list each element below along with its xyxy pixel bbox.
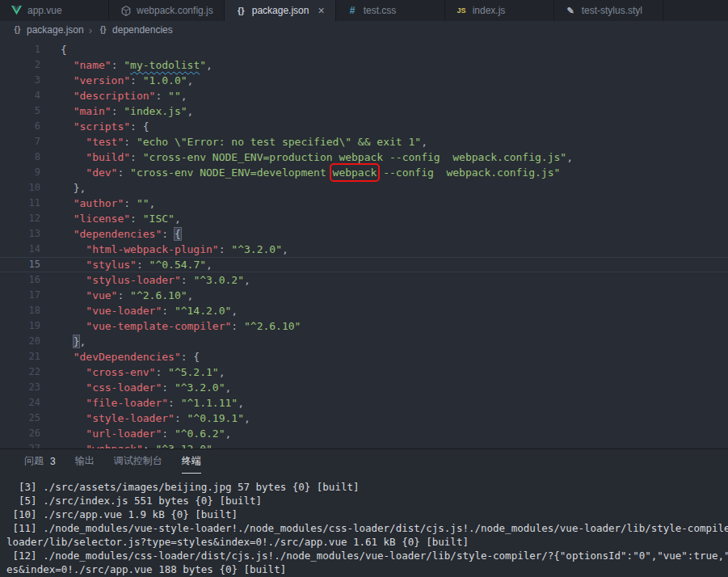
code-line[interactable]: 25 "style-loader": "^0.19.1", bbox=[0, 411, 728, 426]
code-token: : bbox=[117, 289, 130, 301]
code-line[interactable]: 19 "vue-template-compiler": "^2.6.10" bbox=[0, 318, 728, 334]
code-text: "main": "index.js", bbox=[40, 103, 193, 119]
code-token: "url-loader" bbox=[86, 427, 162, 440]
code-text: "description": "", bbox=[40, 88, 187, 103]
code-token: "cross-env" bbox=[86, 366, 155, 378]
line-number: 16 bbox=[0, 272, 40, 288]
code-line[interactable]: 23 "css-loader": "^3.2.0", bbox=[0, 380, 728, 395]
tab-package-json[interactable]: {}package.json× bbox=[225, 0, 336, 21]
code-line[interactable]: 24 "file-loader": "^1.1.11", bbox=[0, 395, 728, 411]
code-line[interactable]: 26 "url-loader": "^0.6.2", bbox=[0, 426, 728, 441]
code-text: "dev": "cross-env NODE_ENV=development w… bbox=[40, 165, 560, 180]
code-token: : bbox=[137, 259, 149, 271]
line-number: 15 bbox=[0, 257, 40, 272]
code-line[interactable]: 8 "build": "cross-env NODE_ENV=productio… bbox=[0, 150, 728, 165]
close-icon[interactable]: × bbox=[318, 5, 324, 16]
terminal-line: [5] ./src/index.js 551 bytes {0} [built] bbox=[6, 494, 728, 508]
code-token: , bbox=[244, 274, 250, 286]
code-line[interactable]: 13 "dependencies": { bbox=[0, 226, 728, 242]
js-icon: JS bbox=[456, 7, 468, 15]
code-line[interactable]: 27 "webpack": "^3.12.0", bbox=[0, 441, 728, 449]
code-token: , bbox=[566, 151, 573, 163]
line-number: 12 bbox=[0, 211, 40, 226]
code-token: { bbox=[61, 44, 67, 56]
code-line[interactable]: 10 }, bbox=[0, 180, 728, 196]
code-token bbox=[61, 397, 86, 409]
code-text: "html-webpack-plugin": "^3.2.0", bbox=[40, 242, 288, 257]
code-line[interactable]: 3 "version": "1.0.0", bbox=[0, 73, 728, 88]
code-line[interactable]: 6 "scripts": { bbox=[0, 119, 728, 134]
line-number: 13 bbox=[0, 226, 40, 242]
code-token bbox=[61, 289, 86, 301]
code-editor: 1{2 "name": "my-todolist",3 "version": "… bbox=[0, 39, 728, 449]
code-text: "vue": "^2.6.10", bbox=[40, 288, 193, 303]
code-token: "vue" bbox=[86, 289, 117, 301]
code-token: : bbox=[130, 151, 143, 163]
code-text: "scripts": { bbox=[40, 119, 149, 134]
code-token: : bbox=[124, 136, 137, 148]
breadcrumb-label: dependencies bbox=[112, 24, 173, 36]
panel-tab-problems[interactable]: 问题3 bbox=[24, 449, 56, 474]
tab-test-stylus-styl[interactable]: ✎test-stylus.styl bbox=[554, 0, 663, 21]
code-line[interactable]: 12 "license": "ISC", bbox=[0, 211, 728, 226]
code-line[interactable]: 16 "stylus-loader": "^3.0.2", bbox=[0, 272, 728, 288]
code-editor-window: app.vuewebpack.config.js{}package.json×#… bbox=[0, 0, 728, 577]
code-line[interactable]: 17 "vue": "^2.6.10", bbox=[0, 288, 728, 303]
code-token: "" bbox=[168, 90, 181, 102]
code-token: --config webpack.config.js" bbox=[377, 166, 560, 179]
code-token: , bbox=[225, 381, 232, 394]
code-token: "^2.6.10" bbox=[130, 289, 187, 301]
panel-tab-label: 问题 bbox=[24, 454, 44, 468]
code-line[interactable]: 22 "cross-env": "^5.2.1", bbox=[0, 364, 728, 380]
code-line[interactable]: 11 "author": "", bbox=[0, 196, 728, 211]
braces-icon: {} bbox=[11, 26, 23, 34]
code-line[interactable]: 1{ bbox=[0, 42, 728, 57]
code-line[interactable]: 7 "test": "echo \"Error: no test specifi… bbox=[0, 134, 728, 150]
braces-icon: {} bbox=[97, 26, 109, 34]
code-token: , bbox=[181, 90, 187, 102]
tab-test-css[interactable]: #test.css bbox=[336, 0, 445, 21]
code-line[interactable]: 2 "name": "my-todolist", bbox=[0, 57, 728, 73]
terminal-line: [10] ./src/app.vue 1.9 kB {0} [built] bbox=[6, 508, 728, 521]
code-token: : bbox=[219, 243, 232, 255]
code-token: "vue-loader" bbox=[86, 305, 162, 317]
vue-icon bbox=[11, 6, 23, 15]
code-token: : bbox=[155, 90, 168, 102]
code-text: "url-loader": "^0.6.2", bbox=[40, 426, 231, 441]
code-token: "cross-env NODE_ENV=production webpack -… bbox=[143, 151, 566, 163]
tab-webpack-config-js[interactable]: webpack.config.js bbox=[109, 0, 225, 21]
code-token bbox=[61, 74, 74, 86]
code-token bbox=[61, 305, 86, 317]
code-token: "dev" bbox=[86, 166, 117, 179]
code-token: "1.0.0" bbox=[143, 74, 187, 86]
tab-app-vue[interactable]: app.vue bbox=[0, 0, 109, 21]
panel-tab-bar: 问题3输出调试控制台终端 bbox=[0, 449, 728, 474]
spellcheck-squiggle-token: my-todolist bbox=[130, 59, 200, 71]
code-token: "scripts" bbox=[74, 120, 130, 133]
panel-tab-terminal[interactable]: 终端 bbox=[182, 449, 201, 474]
braces-icon: {} bbox=[235, 6, 247, 15]
terminal-line: [11] ./node_modules/vue-style-loader!./n… bbox=[6, 521, 728, 535]
code-token: "^0.19.1" bbox=[187, 412, 244, 424]
panel-tab-output[interactable]: 输出 bbox=[75, 449, 95, 474]
code-line[interactable]: 5 "main": "index.js", bbox=[0, 103, 728, 119]
code-token: "stylus" bbox=[86, 259, 137, 271]
breadcrumb-item-package-json[interactable]: {}package.json bbox=[11, 24, 84, 36]
line-number: 7 bbox=[0, 134, 40, 150]
tab-label: test.css bbox=[364, 5, 397, 16]
panel-tab-debug-console[interactable]: 调试控制台 bbox=[114, 449, 162, 474]
code-line-current[interactable]: 15 "stylus": "^0.54.7", bbox=[0, 257, 728, 272]
code-token: , bbox=[238, 397, 244, 409]
tab-index-js[interactable]: JSindex.js bbox=[445, 0, 554, 21]
code-line[interactable]: 21 "devDependencies": { bbox=[0, 349, 728, 364]
breadcrumb-item-dependencies[interactable]: {}dependencies bbox=[97, 24, 173, 36]
code-line[interactable]: 20 }, bbox=[0, 334, 728, 349]
code-line[interactable]: 18 "vue-loader": "^14.2.0", bbox=[0, 303, 728, 318]
terminal-output[interactable]: [3] ./src/assets/images/beijing.jpg 57 b… bbox=[0, 474, 728, 577]
code-token: "vue-template-compiler" bbox=[86, 320, 231, 332]
code-token: : bbox=[162, 427, 175, 440]
code-token bbox=[61, 366, 86, 378]
code-line[interactable]: 14 "html-webpack-plugin": "^3.2.0", bbox=[0, 242, 728, 257]
code-line[interactable]: 9 "dev": "cross-env NODE_ENV=development… bbox=[0, 165, 728, 180]
code-line[interactable]: 4 "description": "", bbox=[0, 88, 728, 103]
